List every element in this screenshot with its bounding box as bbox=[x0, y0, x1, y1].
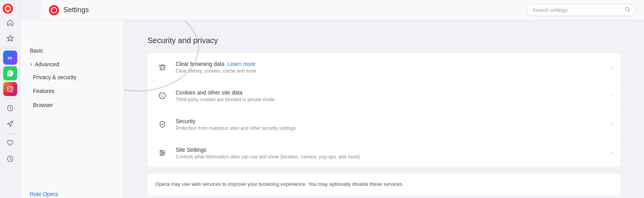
site-settings-subtitle: Controls what information sites can use … bbox=[176, 154, 611, 160]
sidebar-spacer bbox=[20, 112, 124, 189]
clear-browsing-subtitle: Clear history, cookies, cache and more bbox=[176, 68, 611, 74]
clear-browsing-content: Clear browsing data Learn more Clear his… bbox=[176, 61, 611, 74]
content-area: Settings Basic ∨ bbox=[20, 0, 644, 198]
search-input[interactable] bbox=[532, 7, 622, 13]
sidebar-item-features[interactable]: Features bbox=[20, 84, 124, 98]
learn-more-link[interactable]: Learn more bbox=[228, 61, 256, 67]
instagram-icon[interactable] bbox=[3, 82, 17, 96]
shield-icon bbox=[155, 117, 169, 131]
header-bar: Settings bbox=[41, 0, 644, 20]
svg-point-4 bbox=[9, 88, 11, 91]
icon-bar-divider-2 bbox=[5, 98, 16, 99]
content-body: Basic ∨ Advanced Privacy & security Feat… bbox=[20, 20, 644, 198]
arrow-icon-cookies: › bbox=[611, 93, 613, 98]
opera-logo-icon[interactable] bbox=[2, 3, 13, 14]
cookies-title: Cookies and other site data bbox=[176, 89, 611, 96]
home-icon[interactable] bbox=[3, 16, 17, 30]
cookies-content: Cookies and other site data Third-party … bbox=[176, 89, 611, 102]
settings-note: Opera may use web services to improve yo… bbox=[148, 173, 621, 195]
sidebar-item-basic[interactable]: Basic bbox=[20, 44, 124, 58]
security-title: Security bbox=[176, 118, 611, 124]
section-title: Security and privacy bbox=[148, 36, 621, 45]
star-icon[interactable] bbox=[3, 31, 17, 45]
security-subtitle: Protection from malicious sites and othe… bbox=[176, 125, 611, 131]
cookies-subtitle: Third-party cookies are blocked in priva… bbox=[176, 97, 611, 102]
svg-point-13 bbox=[163, 94, 164, 95]
svg-point-1 bbox=[5, 4, 10, 14]
messenger-icon[interactable]: m bbox=[3, 51, 17, 65]
arrow-icon-clear-browsing: › bbox=[611, 64, 613, 70]
settings-item-clear-browsing[interactable]: Clear browsing data Learn more Clear his… bbox=[148, 53, 621, 82]
clear-browsing-title: Clear browsing data Learn more bbox=[176, 61, 611, 67]
security-content: Security Protection from malicious sites… bbox=[176, 118, 611, 131]
svg-point-20 bbox=[163, 152, 164, 154]
svg-point-14 bbox=[162, 96, 163, 97]
rate-opera-link[interactable]: Rate Opera bbox=[20, 189, 124, 198]
svg-rect-3 bbox=[7, 86, 13, 92]
search-icon bbox=[625, 7, 630, 13]
trash-icon bbox=[155, 60, 169, 74]
settings-item-cookies[interactable]: Cookies and other site data Third-party … bbox=[148, 82, 621, 110]
svg-point-8 bbox=[49, 5, 59, 15]
svg-point-15 bbox=[161, 96, 162, 97]
heart-icon[interactable] bbox=[3, 136, 17, 150]
sidebar: Basic ∨ Advanced Privacy & security Feat… bbox=[20, 20, 124, 198]
whatsapp-icon[interactable] bbox=[3, 66, 17, 80]
arrow-icon-site-settings: › bbox=[611, 150, 613, 156]
svg-point-21 bbox=[161, 154, 162, 156]
sliders-icon bbox=[155, 146, 169, 160]
site-settings-content: Site Settings Controls what information … bbox=[176, 147, 611, 160]
send-icon[interactable] bbox=[3, 117, 17, 131]
search-bar[interactable] bbox=[527, 4, 636, 16]
sidebar-advanced-header[interactable]: ∨ Advanced bbox=[20, 58, 124, 71]
svg-point-5 bbox=[11, 87, 12, 88]
sidebar-item-browser[interactable]: Browser bbox=[20, 98, 124, 113]
svg-point-19 bbox=[160, 150, 162, 152]
history-icon[interactable] bbox=[3, 101, 17, 115]
svg-point-12 bbox=[161, 94, 162, 95]
site-settings-title: Site Settings bbox=[176, 147, 611, 153]
icon-bar-divider-1 bbox=[5, 48, 16, 48]
clock-icon[interactable] bbox=[3, 152, 17, 166]
svg-point-11 bbox=[159, 93, 165, 99]
chevron-down-icon: ∨ bbox=[30, 62, 32, 66]
main-content: Security and privacy bbox=[124, 20, 644, 198]
page-title: Settings bbox=[63, 6, 527, 14]
opera-header-logo bbox=[49, 5, 59, 16]
sidebar-item-privacy-security[interactable]: Privacy & security bbox=[20, 71, 124, 85]
arrow-icon-security: › bbox=[611, 122, 613, 127]
settings-item-site-settings[interactable]: Site Settings Controls what information … bbox=[148, 139, 621, 167]
settings-item-security[interactable]: Security Protection from malicious sites… bbox=[148, 110, 621, 139]
cookie-icon bbox=[155, 89, 169, 103]
icon-bar: m bbox=[0, 0, 20, 198]
settings-card: Clear browsing data Learn more Clear his… bbox=[148, 53, 621, 167]
icon-bar-divider-3 bbox=[5, 133, 16, 134]
